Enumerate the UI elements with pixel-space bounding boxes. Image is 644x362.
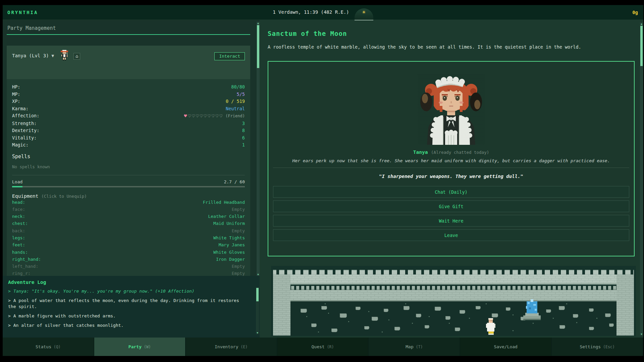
equipment-heading: Equipment (Click to Unequip) — [12, 193, 245, 199]
stat-value-magic: 1 — [242, 141, 245, 149]
equip-row-legs[interactable]: legs:White Tights — [12, 234, 245, 241]
action-button-chat[interactable]: Chat (Daily) — [273, 186, 629, 198]
equip-row-head[interactable]: head:Frilled Headband — [12, 199, 245, 206]
party-scroll-area: Party Management Tanya (Lvl 3) ▼ — [3, 20, 254, 276]
equip-row-ring_r[interactable]: ring_r:Empty — [12, 270, 245, 276]
npc-quote: "I sharpened your weapons. They were get… — [273, 174, 629, 179]
send-home-button[interactable]: ⌂ — [73, 53, 80, 60]
equip-slot-label: right_hand: — [12, 256, 41, 263]
tab-label-settings: Settings — [580, 344, 601, 349]
home-icon: ⌂ — [75, 54, 78, 59]
party-panel-scrollbar[interactable]: ▲ ▼ — [257, 22, 260, 276]
stat-value-strength: 3 — [242, 120, 245, 127]
character-name-label: Tanya (Lvl 3) — [12, 53, 49, 58]
adventure-log-scrollbar[interactable]: ▼ — [256, 287, 259, 334]
equip-slot-label: chest: — [12, 220, 28, 227]
adventure-log-heading: Adventure Log — [8, 280, 254, 285]
scrollbar-thumb[interactable] — [256, 288, 259, 301]
scroll-up-icon[interactable]: ▲ — [640, 22, 643, 25]
equip-row-left_hand[interactable]: left_hand:Empty — [12, 263, 245, 270]
tab-map[interactable]: Map(T) — [369, 338, 460, 356]
tab-key-hint-settings: (Esc) — [603, 345, 615, 349]
affection-hearts: ♥♡♡♡♡♡♡♡♡♡ (Friend) — [183, 112, 245, 120]
equip-row-neck[interactable]: neck:Leather Collar — [12, 213, 245, 220]
equip-item-label: Iron Dagger — [216, 256, 245, 263]
location-title: Sanctum of the Moon — [268, 30, 635, 37]
log-entry-3: > An altar of silver that catches moonli… — [8, 322, 248, 328]
tab-key-hint-party: (W) — [144, 345, 151, 349]
party-panel: Party Management Tanya (Lvl 3) ▼ — [3, 20, 260, 338]
main-area: Party Management Tanya (Lvl 3) ▼ — [3, 20, 643, 338]
chevron-down-icon: ▼ — [52, 54, 54, 58]
tab-status[interactable]: Status(Q) — [3, 338, 94, 356]
equip-row-face[interactable]: face:Empty — [12, 206, 245, 213]
npc-portrait — [273, 74, 629, 145]
scrollbar-thumb[interactable] — [640, 26, 643, 66]
tab-label-quest: Quest — [312, 344, 325, 349]
location-panel: Sanctum of the Moon A roofless temple of… — [260, 20, 643, 338]
stat-label-dexterity: Dexterity: — [12, 127, 39, 134]
datetime-group: 1 Verdawn, 11:39 (482 R.E.) ☀ — [3, 5, 643, 20]
character-card-header: Tanya (Lvl 3) ▼ — [7, 46, 250, 79]
scrollbar-thumb[interactable] — [257, 25, 259, 68]
stat-row-karma: Karma:Neutral — [12, 105, 245, 113]
stat-row-vitality: Vitality:6 — [12, 134, 245, 142]
tab-quest[interactable]: Quest(R) — [277, 338, 369, 356]
scroll-down-icon[interactable]: ▼ — [640, 333, 643, 336]
adventure-log-scroll: > Tanya: "It's okay. You're my... you're… — [8, 288, 254, 335]
scroll-down-icon[interactable]: ▼ — [256, 331, 259, 334]
stat-label-magic: Magic: — [12, 141, 29, 149]
equip-row-feet[interactable]: feet:Mary Janes — [12, 241, 245, 248]
equip-item-label: Empty — [232, 227, 245, 234]
action-button-leave[interactable]: Leave — [273, 229, 629, 241]
npc-status-text: (Already chatted today) — [431, 150, 489, 155]
heart-empty-icon: ♡♡♡♡♡♡♡♡♡ — [187, 114, 223, 118]
daylight-dome-widget: ☀ — [355, 8, 373, 20]
load-row: Load 2.7 / 60 — [12, 179, 245, 184]
tab-key-hint-inventory: (E) — [240, 345, 248, 349]
bottom-nav-bar: Status(Q)Party(W)Inventory(E)Quest(R)Map… — [3, 338, 643, 356]
equip-item-label: Empty — [232, 206, 245, 213]
map-viewport[interactable] — [271, 266, 636, 336]
spells-heading: Spells — [12, 154, 245, 160]
stat-value-dexterity: 8 — [242, 127, 245, 134]
equip-row-chest[interactable]: chest:Maid Uniform — [12, 220, 245, 227]
interact-button[interactable]: Interact — [214, 52, 245, 60]
log-entry-1: > A pool of water that reflects the moon… — [8, 298, 248, 310]
load-bar-fill — [12, 186, 22, 187]
stat-row-dexterity: Dexterity:8 — [12, 127, 245, 134]
stat-row-magic: Magic:1 — [12, 141, 245, 149]
action-button-wait-here[interactable]: Wait Here — [273, 215, 629, 227]
equip-item-label: White Gloves — [213, 249, 245, 256]
equip-item-label: Frilled Headband — [203, 199, 245, 206]
equip-row-right_hand[interactable]: right_hand:Iron Dagger — [12, 256, 245, 263]
tab-label-map: Map — [406, 344, 413, 349]
tab-inventory[interactable]: Inventory(E) — [186, 338, 277, 356]
equipment-hint: (Click to Unequip) — [41, 194, 87, 199]
character-card: Tanya (Lvl 3) ▼ — [7, 46, 250, 276]
npc-name: Tanya — [413, 149, 428, 155]
equip-row-back[interactable]: back:Empty — [12, 227, 245, 234]
character-sprite — [60, 50, 69, 62]
section-divider — [12, 175, 245, 175]
character-name-dropdown[interactable]: Tanya (Lvl 3) ▼ — [12, 53, 54, 58]
equip-slot-label: feet: — [12, 241, 25, 248]
action-button-give-gift[interactable]: Give Gift — [273, 200, 629, 212]
stat-row-xp: XP:0 / 519 — [12, 98, 245, 105]
npc-interaction-box: Tanya (Already chatted today) Her ears p… — [268, 61, 635, 256]
location-panel-scrollbar[interactable]: ▲ ▼ — [640, 22, 643, 336]
scroll-up-icon[interactable]: ▲ — [257, 22, 260, 24]
equipment-list: head:Frilled Headbandface:Emptyneck:Leat… — [12, 199, 245, 276]
load-value: 2.7 / 60 — [224, 179, 245, 184]
stat-row-mp: MP:5/5 — [12, 91, 245, 98]
equip-row-hands[interactable]: hands:White Gloves — [12, 249, 245, 256]
tab-save-load[interactable]: Save/Load — [460, 338, 552, 356]
npc-description: Her ears perk up now that she is free. S… — [273, 158, 629, 163]
stat-row-strength: Strength:3 — [12, 120, 245, 127]
tab-key-hint-map: (T) — [416, 345, 423, 349]
scroll-down-icon[interactable]: ▼ — [257, 273, 260, 276]
stat-label-karma: Karma: — [12, 105, 29, 113]
tab-party[interactable]: Party(W) — [94, 338, 186, 356]
tab-settings[interactable]: Settings(Esc) — [552, 338, 643, 356]
equip-slot-label: legs: — [12, 234, 25, 241]
